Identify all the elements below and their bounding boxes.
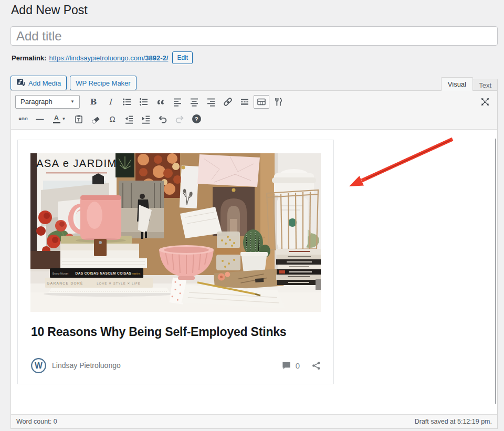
horizontal-rule-button[interactable]: — [32,112,48,126]
embed-author-name: Lindsay Pietroluongo [52,361,121,370]
cream-book: GARANCE DORÉ LOVE ✕ STYLE ✕ LIFE [45,278,153,288]
pink-paper [197,154,260,187]
redo-icon [174,114,185,124]
align-center-button[interactable] [186,95,202,109]
editor-container: Paragraph ▼ B I [10,90,498,429]
black-book-publisher: martins [132,272,141,275]
special-character-button[interactable]: Ω [104,112,120,126]
paragraph-format-select[interactable]: Paragraph ▼ [15,95,80,109]
indent-icon [141,114,151,124]
share-icon[interactable] [311,361,321,371]
permalink-label: Permalink: [12,54,46,62]
draft-saved-status: Draft saved at 5:12:19 pm. [415,418,492,425]
toolbar-toggle-button[interactable] [254,95,269,109]
chevron-down-icon: ▼ [62,117,66,121]
outdent-icon [124,114,134,124]
insert-link-button[interactable] [220,95,236,109]
align-right-button[interactable] [203,95,219,109]
bold-icon: B [90,97,97,107]
pushpin [182,166,185,170]
undo-icon [158,114,168,124]
palm-photo [116,153,134,177]
paste-as-text-icon [74,114,84,124]
comment-count: 0 [296,361,300,370]
toolbar-toggle-icon [256,97,267,107]
omega-icon: Ω [109,114,115,123]
align-center-icon [189,97,200,107]
fullscreen-button[interactable] [477,95,493,109]
strikethrough-icon: ABC [18,117,27,121]
chevron-down-icon: ▼ [70,99,75,104]
numbered-list-button[interactable] [136,95,152,109]
red-arrow-annotation [335,132,461,192]
comment-icon[interactable] [281,361,291,371]
add-media-label: Add Media [28,79,61,87]
media-buttons-row: Add Media WP Recipe Maker [10,76,136,90]
toolbar-row-1: Paragraph ▼ B I [15,94,493,109]
help-button[interactable]: ? [188,112,204,126]
wp-classic-editor-screen: Add New Post Permalink: https://lindsayp… [0,0,504,431]
text-color-button[interactable]: A ▼ [49,112,70,126]
right-book-stack [276,249,321,290]
post-title-input[interactable] [10,26,498,46]
tab-visual[interactable]: Visual [441,77,473,91]
read-more-icon [239,97,250,107]
leather-strap [94,239,107,256]
black-book-title: DAS COISAS NASCEM COISAS [76,271,132,275]
frame-edge [30,251,61,269]
align-right-icon [206,97,216,107]
wordpress-logo-icon: W [31,358,46,373]
editor-toolbar: Paragraph ▼ B I [11,91,497,130]
permalink-edit-button[interactable]: Edit [172,51,193,64]
glass-jars [215,232,242,270]
add-media-button[interactable]: Add Media [10,76,67,90]
undo-button[interactable] [155,112,171,126]
svg-text:W: W [35,361,43,370]
editor-scrollbar[interactable] [495,139,496,404]
fullscreen-icon [480,97,490,107]
redo-button[interactable] [172,112,187,126]
clear-formatting-button[interactable] [88,112,103,126]
post-image: ASA e JARDIM [30,153,321,312]
word-count: Word count: 0 [16,418,57,425]
polaroid-photo [180,165,199,208]
woman-photo [119,181,164,239]
wp-recipe-maker-button[interactable]: WP Recipe Maker [70,76,136,90]
blockquote-button[interactable] [153,95,169,109]
paste-as-text-button[interactable] [71,112,87,126]
toolbar-row-2: ABC — A ▼ [15,112,493,126]
permalink-row: Permalink: https://lindsaypietroluongo.c… [12,51,193,64]
fork-knife-icon [273,97,284,107]
align-left-button[interactable] [170,95,185,109]
align-left-icon [172,97,183,107]
embed-card-footer: W Lindsay Pietroluongo 0 [31,358,321,373]
black-book: Bruno Munari DAS COISAS NASCEM COISAS ma… [50,268,143,278]
bold-button[interactable]: B [86,95,101,109]
pushpin [232,188,236,192]
decrease-indent-button[interactable] [121,112,137,126]
text-color-icon: A [53,114,60,123]
tab-text[interactable]: Text [472,79,498,91]
embed-post-title: 10 Reasons Why Being Self-Employed Stink… [31,325,321,339]
link-icon [223,97,233,107]
add-media-icon [16,78,25,88]
recipe-maker-toolbar-button[interactable] [270,95,286,109]
permalink-link[interactable]: https://lindsaypietroluongo.com/3892-2/ [49,54,168,62]
eraser-icon [90,114,101,124]
cream-book-title: LOVE ✕ STYLE ✕ LIFE [97,282,140,285]
editor-content-area[interactable]: ASA e JARDIM [11,130,497,415]
cream-book-author: GARANCE DORÉ [47,281,83,285]
italic-button[interactable]: I [102,95,118,109]
page-title: Add New Post [11,3,88,17]
strikethrough-button[interactable]: ABC [15,112,31,126]
italic-icon: I [109,97,112,107]
magazine-title: ASA e JARDIM [36,157,117,169]
wp-recipe-maker-label: WP Recipe Maker [76,79,131,87]
white-tray [48,288,170,293]
numbered-list-icon [139,97,149,107]
increase-indent-button[interactable] [138,112,154,126]
bulleted-list-button[interactable] [119,95,135,109]
post-embed-card[interactable]: ASA e JARDIM [17,140,334,384]
read-more-button[interactable] [237,95,253,109]
horizontal-rule-icon: — [36,114,44,123]
